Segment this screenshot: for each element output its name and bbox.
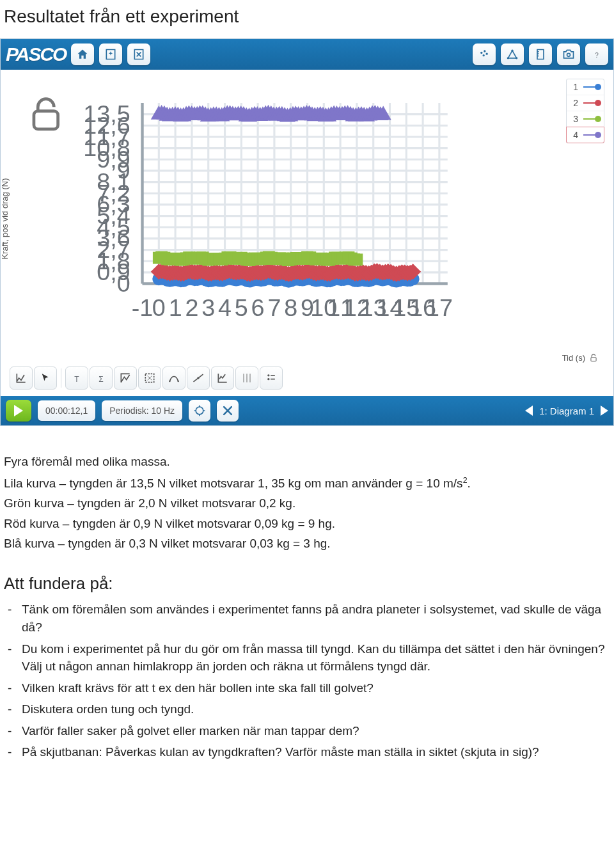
series-3 [153, 251, 363, 267]
intro-line: Fyra föremål med olika massa. [4, 453, 610, 471]
svg-point-5 [511, 50, 513, 52]
sample-rate[interactable]: Periodisk: 10 Hz [102, 400, 182, 421]
chart-legend[interactable]: 1234 [566, 79, 604, 143]
target-icon [193, 404, 206, 417]
intro-line: Röd kurva – tyngden är 0,9 N vilket mots… [4, 515, 610, 533]
sync-button[interactable] [189, 400, 210, 422]
svg-text:2: 2 [185, 294, 198, 321]
camera-icon [562, 48, 575, 61]
svg-point-4 [507, 57, 509, 59]
pasco-app: PASCO ? Kraft, pos vid drag (N) - [0, 38, 614, 426]
svg-point-6 [516, 57, 517, 59]
svg-text:-1: -1 [132, 294, 153, 321]
svg-text:?: ? [595, 52, 599, 59]
chart-plot[interactable]: -10123456789101112131415161700,91,82,73,… [6, 75, 608, 376]
question-item: Vilken kraft krävs för att t ex den här … [22, 679, 610, 697]
question-item: Du kom i experimentet på hur du gör om f… [22, 640, 610, 675]
arrow-right-icon [601, 406, 608, 416]
question-item: Varför faller saker på golvet eller mark… [22, 722, 610, 740]
page-title: Resultatet från ett experiment [4, 6, 614, 27]
series-4 [151, 105, 391, 122]
question-icon: ? [590, 48, 603, 61]
snapshot-button[interactable] [557, 43, 580, 65]
unlock-icon [589, 354, 598, 363]
help-button[interactable]: ? [585, 43, 608, 65]
legend-item-1[interactable]: 1 [567, 79, 604, 95]
home-button[interactable] [71, 43, 94, 65]
play-icon [14, 405, 23, 416]
svg-text:6: 6 [251, 294, 265, 321]
svg-point-1 [484, 50, 485, 52]
svg-rect-81 [34, 111, 58, 129]
svg-point-256 [267, 378, 269, 380]
svg-point-254 [197, 377, 199, 379]
crossed-tools-icon [221, 404, 234, 417]
svg-point-252 [169, 381, 171, 383]
delete-page-icon [132, 48, 145, 61]
intro-line: Lila kurva – tyngden är 13,5 N vilket mo… [4, 475, 610, 493]
svg-text:13,5: 13,5 [83, 100, 130, 127]
x-axis-title: Tid (s) [562, 353, 598, 363]
question-item: Diskutera orden tung och tyngd. [22, 700, 610, 718]
delete-page-button[interactable] [127, 43, 150, 65]
svg-text:4: 4 [218, 294, 232, 321]
svg-point-2 [483, 54, 485, 56]
question-list: Tänk om föremålen som användes i experim… [4, 601, 610, 761]
elapsed-time[interactable]: 00:00:12,1 [38, 400, 95, 421]
think-heading: Att fundera på: [4, 572, 610, 596]
intro-line: Grön kurva – tyngden är 2,0 N vilket mot… [4, 494, 610, 512]
svg-text:0: 0 [152, 294, 166, 321]
notebook-button[interactable] [529, 43, 552, 65]
dots-cluster-icon [478, 48, 491, 61]
next-view-button[interactable] [601, 406, 608, 416]
view-label[interactable]: 1: Diagram 1 [539, 406, 594, 416]
intro-line: Blå kurva – tyngden är 0,3 N vilket mots… [4, 535, 610, 553]
topbar: PASCO ? [1, 39, 613, 70]
new-page-button[interactable] [99, 43, 122, 65]
svg-text:1: 1 [169, 294, 182, 321]
svg-rect-247 [350, 253, 363, 265]
svg-point-3 [486, 53, 488, 55]
arrow-left-icon [525, 406, 533, 416]
bottombar: 00:00:12,1 Periodisk: 10 Hz 1: Diagram 1 [1, 396, 613, 425]
legend-item-3[interactable]: 3 [567, 111, 604, 127]
scatter-tool-button[interactable] [473, 43, 496, 65]
triangle-icon [505, 48, 519, 61]
svg-text:Σ: Σ [98, 375, 103, 384]
legend-item-4[interactable]: 4 [566, 127, 604, 143]
play-button[interactable] [6, 400, 31, 422]
svg-text:3: 3 [201, 294, 215, 321]
svg-text:7: 7 [267, 294, 281, 321]
svg-text:17: 17 [426, 294, 453, 321]
svg-point-257 [196, 407, 203, 414]
notebook-icon [534, 48, 547, 61]
chart-panel: Kraft, pos vid drag (N) -101234567891011… [1, 70, 613, 396]
question-item: På skjutbanan: Påverkas kulan av tyngdkr… [22, 743, 610, 761]
svg-text:T: T [74, 375, 79, 384]
svg-text:5: 5 [235, 294, 248, 321]
tools-button[interactable] [217, 400, 239, 422]
sparkle-page-icon [104, 48, 117, 61]
geometry-tool-button[interactable] [501, 43, 524, 65]
logo: PASCO [6, 45, 66, 64]
prev-view-button[interactable] [525, 406, 533, 416]
document-body: Fyra föremål med olika massa.Lila kurva … [0, 453, 614, 761]
home-icon [76, 48, 89, 61]
svg-rect-248 [591, 357, 596, 361]
svg-point-0 [480, 52, 482, 54]
question-item: Tänk om föremålen som användes i experim… [22, 601, 610, 636]
svg-point-253 [177, 381, 179, 383]
svg-text:8: 8 [284, 294, 297, 321]
svg-point-7 [567, 53, 571, 56]
legend-item-2[interactable]: 2 [567, 95, 604, 111]
